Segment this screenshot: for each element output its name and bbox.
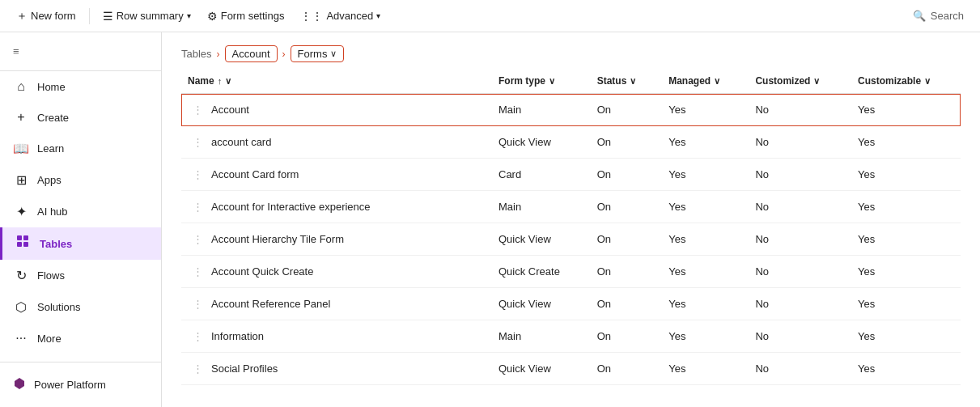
svg-rect-2 <box>17 242 22 247</box>
sidebar-item-create[interactable]: + Create <box>0 102 161 133</box>
cell-customizable: Yes <box>848 159 961 191</box>
row-name-value: Account <box>211 104 249 116</box>
row-name-value: Account Reference Panel <box>211 298 330 310</box>
cell-name: ⋮ account card <box>181 126 489 159</box>
learn-icon: 📖 <box>13 141 29 156</box>
row-menu-icon[interactable]: ⋮ <box>188 296 208 312</box>
cell-customized: No <box>745 223 848 256</box>
row-menu-icon[interactable]: ⋮ <box>188 329 208 344</box>
cell-status: On <box>588 191 660 223</box>
table-row[interactable]: ⋮ Social Profiles Quick ViewOnYesNoYes <box>181 353 961 385</box>
col-status[interactable]: Status ∨ <box>588 69 660 94</box>
new-form-button[interactable]: ＋ New form <box>10 6 83 27</box>
row-menu-icon[interactable]: ⋮ <box>188 361 208 376</box>
col-name[interactable]: Name ↑ ∨ <box>181 69 489 94</box>
sidebar-item-label: Apps <box>37 174 62 186</box>
table-row[interactable]: ⋮ Information MainOnYesNoYes <box>181 320 961 353</box>
content-area: Tables › Account › Forms ∨ Name ↑ <box>162 32 980 407</box>
row-menu-icon[interactable]: ⋮ <box>188 134 208 150</box>
row-menu-icon[interactable]: ⋮ <box>188 231 208 247</box>
cell-name: ⋮ Account Quick Create <box>181 256 489 288</box>
svg-rect-1 <box>23 235 28 240</box>
power-platform-icon <box>13 377 26 392</box>
cell-form-type: Main <box>489 191 588 223</box>
sidebar-item-power-platform[interactable]: Power Platform <box>0 369 161 401</box>
row-menu-icon[interactable]: ⋮ <box>188 167 208 182</box>
breadcrumb-account-link[interactable]: Account <box>225 45 278 62</box>
cell-managed: Yes <box>659 191 745 223</box>
create-icon: + <box>13 110 29 125</box>
cell-customized: No <box>745 191 848 223</box>
cell-name: ⋮ Account Reference Panel <box>181 288 489 320</box>
row-name-value: Account Card form <box>211 168 299 180</box>
hamburger-button[interactable]: ≡ <box>3 39 158 64</box>
form-settings-button[interactable]: ⚙ Form settings <box>201 6 291 26</box>
table-row[interactable]: ⋮ account card Quick ViewOnYesNoYes <box>181 126 961 159</box>
row-summary-label: Row summary <box>117 10 184 22</box>
cell-name: ⋮ Account Card form <box>181 159 489 191</box>
sidebar-item-label: Home <box>37 81 66 93</box>
search-button[interactable]: 🔍 Search <box>906 6 970 25</box>
row-menu-icon[interactable]: ⋮ <box>188 264 208 279</box>
cell-managed: Yes <box>659 223 745 256</box>
cell-managed: Yes <box>659 94 745 126</box>
col-customizable[interactable]: Customizable ∨ <box>848 69 961 94</box>
sidebar: ≡ ⌂ Home + Create 📖 Learn ⊞ Apps ✦ AI hu… <box>0 32 162 407</box>
sidebar-item-flows[interactable]: ↻ Flows <box>0 260 161 291</box>
sidebar-item-tables[interactable]: Tables <box>0 227 161 260</box>
tables-icon <box>15 235 32 252</box>
cell-customized: No <box>745 353 848 385</box>
cell-managed: Yes <box>659 320 745 353</box>
sidebar-item-home[interactable]: ⌂ Home <box>0 71 161 102</box>
breadcrumb-tables-link[interactable]: Tables <box>181 48 212 60</box>
cell-name: ⋮ Social Profiles <box>181 353 489 385</box>
solutions-icon: ⬡ <box>13 299 29 315</box>
table-row[interactable]: ⋮ Account for Interactive experience Mai… <box>181 191 961 223</box>
search-label: Search <box>931 10 964 22</box>
sidebar-item-label: Tables <box>40 238 72 250</box>
cell-status: On <box>588 94 660 126</box>
col-form-type[interactable]: Form type ∨ <box>489 69 588 94</box>
home-icon: ⌂ <box>13 79 29 94</box>
breadcrumb-account-label: Account <box>232 48 270 60</box>
cell-name: ⋮ Account for Interactive experience <box>181 191 489 223</box>
sidebar-item-learn[interactable]: 📖 Learn <box>0 133 161 164</box>
flows-icon: ↻ <box>13 268 29 283</box>
sidebar-item-apps[interactable]: ⊞ Apps <box>0 164 161 196</box>
table-row[interactable]: ⋮ Account Quick Create Quick CreateOnYes… <box>181 256 961 288</box>
cell-form-type: Quick View <box>489 126 588 159</box>
sidebar-item-ai-hub[interactable]: ✦ AI hub <box>0 196 161 227</box>
row-name-value: Account Hierarchy Tile Form <box>211 233 344 245</box>
cell-customizable: Yes <box>848 94 961 126</box>
row-summary-button[interactable]: ☰ Row summary ▾ <box>96 6 197 26</box>
advanced-button[interactable]: ⋮⋮ Advanced ▾ <box>294 6 387 26</box>
cell-form-type: Quick Create <box>489 256 588 288</box>
table-row[interactable]: ⋮ Account Hierarchy Tile Form Quick View… <box>181 223 961 256</box>
cell-customized: No <box>745 256 848 288</box>
forms-table: Name ↑ ∨ Form type ∨ <box>181 69 961 385</box>
cell-status: On <box>588 126 660 159</box>
col-name-chevron-icon: ∨ <box>225 76 231 87</box>
col-name-label: Name <box>188 75 214 87</box>
table-row[interactable]: ⋮ Account Card form CardOnYesNoYes <box>181 159 961 191</box>
col-status-label: Status <box>597 75 627 87</box>
row-menu-icon[interactable]: ⋮ <box>188 102 208 117</box>
cell-customizable: Yes <box>848 353 961 385</box>
table-row[interactable]: ⋮ Account Reference Panel Quick ViewOnYe… <box>181 288 961 320</box>
cell-customized: No <box>745 288 848 320</box>
sidebar-item-label: Create <box>37 112 69 124</box>
search-icon: 🔍 <box>913 10 926 22</box>
breadcrumb-forms-link[interactable]: Forms ∨ <box>291 45 345 62</box>
col-customized[interactable]: Customized ∨ <box>745 69 848 94</box>
cell-customizable: Yes <box>848 126 961 159</box>
table-row[interactable]: ⋮ Account MainOnYesNoYes <box>181 94 961 126</box>
col-managed-label: Managed <box>668 75 711 87</box>
sidebar-item-solutions[interactable]: ⬡ Solutions <box>0 291 161 323</box>
row-summary-chevron-icon: ▾ <box>187 11 191 20</box>
sidebar-item-more[interactable]: ··· More <box>0 323 161 354</box>
col-managed[interactable]: Managed ∨ <box>659 69 745 94</box>
cell-customized: No <box>745 159 848 191</box>
row-name-value: Social Profiles <box>211 362 278 375</box>
cell-name: ⋮ Account <box>181 94 489 126</box>
row-menu-icon[interactable]: ⋮ <box>188 199 208 214</box>
